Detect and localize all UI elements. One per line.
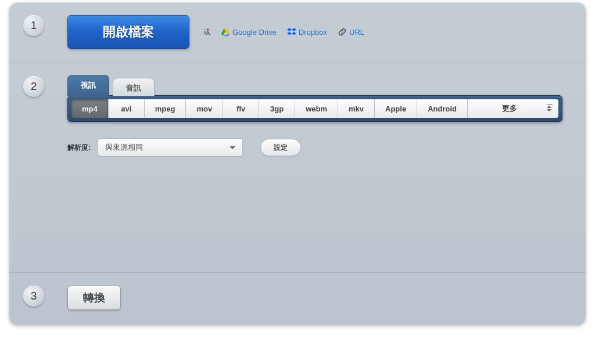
url-label: URL (349, 28, 364, 37)
open-file-button[interactable]: 開啟檔案 (67, 15, 189, 49)
converter-panel: 1 開啟檔案 或 Google Drive Dropbox URL (9, 2, 586, 325)
resolution-value: 與來源相同 (105, 142, 143, 153)
format-bar: mp4 avi mpeg mov flv 3gp webm mkv Apple … (67, 95, 562, 122)
format-webm[interactable]: webm (295, 99, 338, 118)
settings-button[interactable]: 設定 (260, 139, 301, 156)
dropbox-label: Dropbox (299, 28, 327, 37)
link-icon (338, 27, 347, 37)
tab-video[interactable]: 視訊 (67, 75, 109, 96)
step-3: 3 轉換 (9, 273, 586, 325)
source-dropbox[interactable]: Dropbox (287, 27, 327, 37)
more-caret-icon (547, 106, 551, 111)
format-mpeg[interactable]: mpeg (145, 99, 187, 118)
format-android[interactable]: Android (417, 99, 468, 118)
convert-button[interactable]: 轉換 (67, 286, 121, 310)
step-badge-1: 1 (23, 15, 44, 36)
resolution-select[interactable]: 與來源相同 (98, 138, 243, 157)
google-drive-icon (221, 27, 230, 37)
step-badge-3: 3 (23, 286, 44, 307)
tab-audio[interactable]: 音訊 (113, 78, 155, 96)
format-more-label: 更多 (502, 103, 517, 114)
google-drive-label: Google Drive (232, 28, 277, 37)
source-url[interactable]: URL (338, 27, 364, 37)
resolution-label: 解析度: (67, 143, 91, 153)
format-mp4[interactable]: mp4 (71, 99, 109, 118)
format-more[interactable]: 更多 (468, 99, 558, 118)
or-label: 或 (203, 27, 210, 37)
step-badge-2: 2 (23, 76, 44, 97)
media-tabs: 視訊 音訊 (67, 75, 562, 96)
format-3gp[interactable]: 3gp (259, 99, 295, 118)
source-google-drive[interactable]: Google Drive (221, 27, 277, 37)
step-1: 1 開啟檔案 或 Google Drive Dropbox URL (9, 2, 586, 63)
step-2: 2 視訊 音訊 mp4 avi mpeg mov flv 3gp webm mk… (9, 63, 586, 272)
chevron-down-icon (230, 146, 235, 149)
dropbox-icon (287, 27, 296, 37)
format-flv[interactable]: flv (223, 99, 259, 118)
format-avi[interactable]: avi (109, 99, 145, 118)
format-apple[interactable]: Apple (375, 99, 417, 118)
format-mkv[interactable]: mkv (338, 99, 375, 118)
format-mov[interactable]: mov (186, 99, 223, 118)
